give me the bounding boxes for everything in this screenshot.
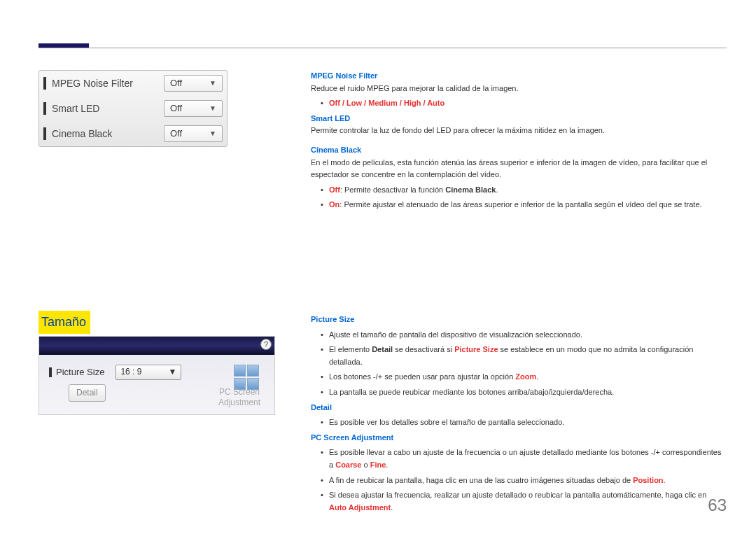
position-grid[interactable] [234, 365, 259, 390]
page-number: 63 [708, 492, 727, 519]
chevron-down-icon: ▼ [168, 365, 176, 379]
ps-item-2: El elemento Detail se desactivará si Pic… [311, 344, 724, 368]
chevron-down-icon: ▼ [209, 78, 216, 89]
chevron-down-icon: ▼ [209, 128, 216, 139]
section-mpeg-etc: MPEG Noise Filter Reduce el ruido MPEG p… [311, 70, 724, 214]
mpeg-options-list: Off / Low / Medium / High / Auto [311, 97, 724, 110]
detail-list: Es posible ver los detalles sobre el tam… [311, 416, 724, 429]
menu-select-mpeg[interactable]: Off ▼ [164, 75, 223, 92]
heading-picturesize: Picture Size [311, 314, 724, 326]
header-rule [38, 48, 727, 48]
section-title-container: Tamaño [38, 311, 276, 334]
pcs-item-2: A fin de reubicar la pantalla, haga clic… [311, 475, 724, 487]
row-indicator [43, 102, 46, 115]
pcscreen-list: Es posible llevar a cabo un ajuste de la… [311, 447, 724, 514]
menu-label-cinema: Cinema Black [52, 126, 164, 141]
heading-smartled: Smart LED [311, 113, 724, 125]
mpeg-options: Off / Low / Medium / High / Auto [329, 99, 444, 107]
help-icon[interactable]: ? [260, 339, 272, 350]
menu-row-cinema: Cinema Black Off ▼ [39, 121, 227, 146]
cinema-list: Off: Permite desactivar la función Cinem… [311, 184, 724, 211]
position-cell-tr[interactable] [247, 365, 259, 377]
picture-size-label: Picture Size [56, 365, 104, 380]
section-title-tamano: Tamaño [38, 311, 90, 334]
desc-smartled: Permite controlar la luz de fondo del LE… [311, 125, 724, 137]
menu-panel-1: MPEG Noise Filter Off ▼ Smart LED Off ▼ … [38, 70, 227, 147]
pcs-item-1: Es posible llevar a cabo un ajuste de la… [311, 447, 724, 471]
menu-row-smartled: Smart LED Off ▼ [39, 96, 227, 121]
picture-size-select[interactable]: 16 : 9 ▼ [115, 365, 181, 380]
picture-size-value: 16 : 9 [120, 365, 141, 379]
cinema-on-item: On: Permite ajustar el atenuado de las á… [311, 199, 724, 211]
row-indicator [43, 77, 46, 90]
row-indicator [43, 127, 46, 140]
section-picturesize: Picture Size Ajuste el tamaño de pantall… [311, 314, 724, 517]
desc-mpeg: Reduce el ruido MPEG para mejorar la cal… [311, 83, 724, 95]
ps-item-3: Los botones -/+ se pueden usar para ajus… [311, 371, 724, 384]
heading-cinema: Cinema Black [311, 144, 724, 157]
menu-row-mpeg: MPEG Noise Filter Off ▼ [39, 71, 227, 96]
position-cell-tl[interactable] [234, 365, 246, 377]
row-indicator [49, 367, 52, 377]
menu-label-mpeg: MPEG Noise Filter [52, 76, 164, 91]
menu-select-smartled[interactable]: Off ▼ [164, 100, 223, 117]
desc-cinema: En el modo de películas, esta función at… [311, 157, 724, 181]
detail-item-1: Es posible ver los detalles sobre el tam… [311, 416, 724, 429]
detail-button[interactable]: Detail [69, 384, 106, 402]
menu-label-smartled: Smart LED [52, 101, 164, 116]
ps-item-4: La pantalla se puede reubicar mediante l… [311, 386, 724, 399]
picturesize-list: Ajuste el tamaño de pantalla del disposi… [311, 329, 724, 399]
heading-detail: Detail [311, 402, 724, 414]
cinema-off-item: Off: Permite desactivar la función Cinem… [311, 184, 724, 197]
picture-size-row: Picture Size 16 : 9 ▼ [49, 365, 265, 380]
size-panel: ? Picture Size 16 : 9 ▼ Detail PC Screen… [38, 336, 275, 415]
ps-item-1: Ajuste el tamaño de pantalla del disposi… [311, 329, 724, 342]
pc-screen-adjustment-label: PC Screen Adjustment [218, 387, 260, 407]
heading-pcscreen: PC Screen Adjustment [311, 432, 724, 444]
menu-value-cinema: Off [170, 127, 182, 141]
heading-mpeg: MPEG Noise Filter [311, 70, 724, 83]
menu-value-smartled: Off [170, 101, 182, 116]
menu-value-mpeg: Off [170, 76, 182, 91]
pcs-item-3: Si desea ajustar la frecuencia, realizar… [311, 489, 724, 514]
menu-select-cinema[interactable]: Off ▼ [164, 125, 223, 142]
chevron-down-icon: ▼ [209, 103, 216, 114]
size-panel-titlebar: ? [39, 337, 274, 355]
